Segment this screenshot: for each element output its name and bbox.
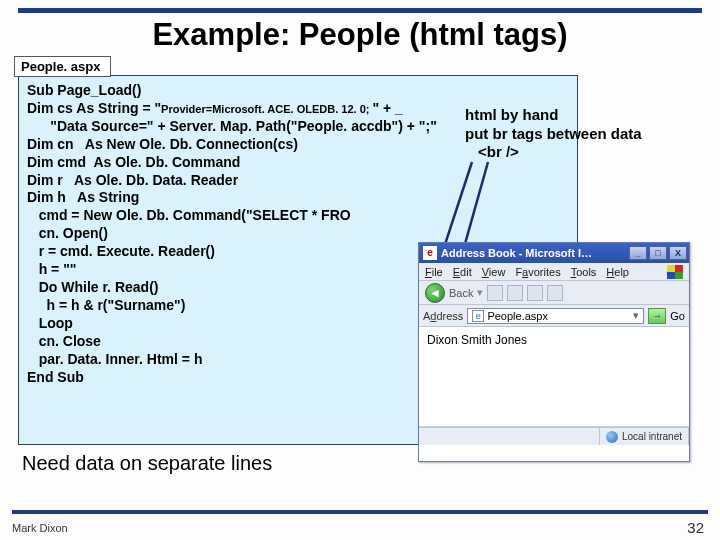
close-button[interactable]: X bbox=[669, 246, 687, 260]
code-line: Loop bbox=[27, 315, 73, 331]
go-button[interactable]: → bbox=[648, 308, 666, 324]
go-label: Go bbox=[670, 310, 685, 322]
menu-file[interactable]: File bbox=[425, 266, 443, 278]
caption-text: Need data on separate lines bbox=[22, 452, 272, 475]
code-line: cn. Close bbox=[27, 333, 101, 349]
code-line: Do While r. Read() bbox=[27, 279, 158, 295]
code-line: Dim cn As New Ole. Db. Connection(cs) bbox=[27, 136, 298, 152]
code-line: cmd = New Ole. Db. Command("SELECT * FRO bbox=[27, 207, 351, 223]
browser-title: Address Book - Microsoft I… bbox=[441, 247, 592, 259]
minimize-button[interactable]: _ bbox=[629, 246, 647, 260]
footer-rule bbox=[12, 510, 708, 514]
browser-menubar: File Edit View Favorites Tools Help bbox=[419, 263, 689, 281]
menu-edit[interactable]: Edit bbox=[453, 266, 472, 278]
browser-content: Dixon Smith Jones bbox=[419, 327, 689, 427]
annotation-html-by-hand: html by hand bbox=[465, 106, 558, 123]
windows-flag-icon bbox=[667, 265, 683, 279]
stop-button[interactable] bbox=[507, 285, 523, 301]
home-button[interactable] bbox=[547, 285, 563, 301]
file-tab: People. aspx bbox=[14, 56, 111, 77]
forward-button[interactable] bbox=[487, 285, 503, 301]
address-label: Address bbox=[423, 310, 463, 322]
menu-favorites[interactable]: Favorites bbox=[515, 266, 560, 278]
footer-author: Mark Dixon bbox=[12, 522, 68, 534]
zone-icon bbox=[606, 431, 618, 443]
code-line: h = "" bbox=[27, 261, 76, 277]
page-icon: e bbox=[472, 310, 484, 322]
code-line: cn. Open() bbox=[27, 225, 108, 241]
browser-window: e Address Book - Microsoft I… _ □ X File… bbox=[418, 242, 690, 462]
code-line: " + _ bbox=[373, 100, 403, 116]
menu-view[interactable]: View bbox=[482, 266, 506, 278]
browser-titlebar: e Address Book - Microsoft I… _ □ X bbox=[419, 243, 689, 263]
browser-toolbar: ◄ Back ▾ bbox=[419, 281, 689, 305]
status-text: Local intranet bbox=[622, 431, 682, 442]
address-field[interactable]: e People.aspx ▾ bbox=[467, 308, 644, 324]
code-line: r = cmd. Execute. Reader() bbox=[27, 243, 215, 259]
menu-help[interactable]: Help bbox=[606, 266, 629, 278]
code-line: h = h & r("Surname") bbox=[27, 297, 185, 313]
back-button[interactable]: ◄ bbox=[425, 283, 445, 303]
header-rule bbox=[18, 8, 702, 13]
code-line: Dim h As String bbox=[27, 189, 139, 205]
page-output: Dixon Smith Jones bbox=[427, 333, 527, 347]
annotation-br-between: put br tags between data bbox=[465, 125, 642, 142]
annotation-br-tag: <br /> bbox=[478, 143, 519, 160]
ie-icon: e bbox=[423, 246, 437, 260]
address-value: People.aspx bbox=[487, 310, 548, 322]
code-line: Sub Page_Load() bbox=[27, 82, 141, 98]
code-line: End Sub bbox=[27, 369, 84, 385]
browser-statusbar: Local intranet bbox=[419, 427, 689, 445]
code-line: "Data Source=" + Server. Map. Path("Peop… bbox=[27, 118, 437, 134]
code-line: Dim cmd As Ole. Db. Command bbox=[27, 154, 240, 170]
refresh-button[interactable] bbox=[527, 285, 543, 301]
back-label: Back bbox=[449, 287, 473, 299]
code-line: par. Data. Inner. Html = h bbox=[27, 351, 202, 367]
slide-title: Example: People (html tags) bbox=[0, 17, 720, 53]
code-line-small: Provider=Microsoft. ACE. OLEDB. 12. 0; bbox=[161, 103, 372, 115]
footer-page-number: 32 bbox=[687, 519, 704, 536]
code-line: Dim cs As String = " bbox=[27, 100, 161, 116]
menu-tools[interactable]: Tools bbox=[571, 266, 597, 278]
code-line: Dim r As Ole. Db. Data. Reader bbox=[27, 172, 238, 188]
browser-addressbar: Address e People.aspx ▾ → Go bbox=[419, 305, 689, 327]
maximize-button[interactable]: □ bbox=[649, 246, 667, 260]
